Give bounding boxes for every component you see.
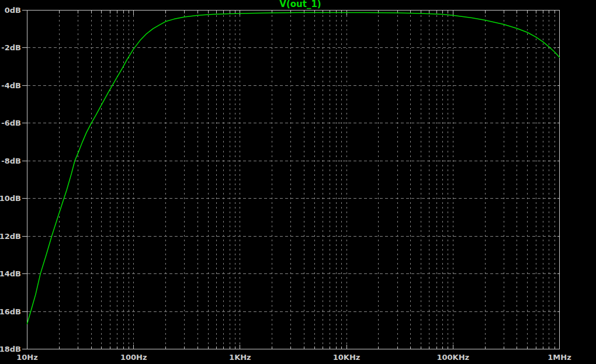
- y-tick-label: -8dB: [1, 157, 21, 165]
- y-tick-label: 0dB: [5, 6, 21, 15]
- x-tick-label: 1KHz: [229, 353, 251, 362]
- x-tick-label: 100Hz: [120, 353, 147, 362]
- y-tick-label: -18dB: [0, 345, 21, 353]
- y-tick-label: -16dB: [0, 307, 21, 316]
- trace-legend-label[interactable]: V(out_1): [279, 0, 321, 9]
- y-tick-label: -2dB: [1, 43, 21, 52]
- x-tick-label: 1MHz: [548, 353, 571, 362]
- y-tick-label: -14dB: [0, 269, 21, 278]
- y-tick-label: -6dB: [1, 119, 21, 127]
- grid-layer: [27, 11, 560, 349]
- waveform-viewer: 10Hz100Hz1KHz10KHz100KHz1MHz 0dB-2dB-4dB…: [0, 0, 596, 364]
- x-tick-label: 100KHz: [436, 353, 469, 362]
- x-tick-label: 10KHz: [333, 353, 361, 362]
- bode-plot[interactable]: 10Hz100Hz1KHz10KHz100KHz1MHz 0dB-2dB-4dB…: [0, 0, 596, 364]
- signal-trace-vout1[interactable]: [27, 12, 560, 324]
- y-tick-label: -4dB: [1, 81, 21, 90]
- y-tick-label: -10dB: [0, 194, 21, 203]
- x-tick-label: 10Hz: [16, 353, 38, 362]
- plot-border: [27, 11, 560, 349]
- y-tick-label: -12dB: [0, 232, 21, 241]
- x-axis-labels: 10Hz100Hz1KHz10KHz100KHz1MHz: [16, 353, 571, 362]
- y-axis-labels: 0dB-2dB-4dB-6dB-8dB-10dB-12dB-14dB-16dB-…: [0, 6, 21, 353]
